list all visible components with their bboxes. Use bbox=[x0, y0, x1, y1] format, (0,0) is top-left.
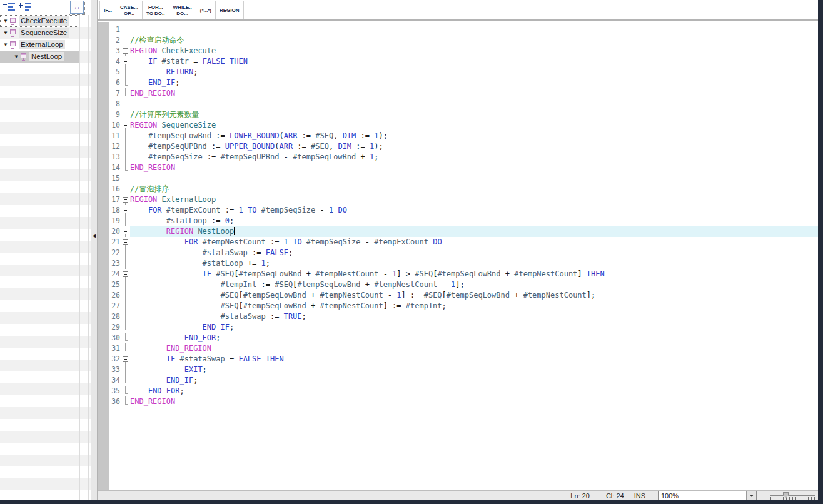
code-line-15[interactable]: 15 bbox=[109, 173, 818, 184]
chevron-down-icon[interactable] bbox=[746, 491, 756, 500]
snippet-button-region[interactable]: REGION bbox=[216, 1, 244, 19]
code-line-8[interactable]: 8 bbox=[109, 99, 818, 109]
token-var: #SEQ bbox=[275, 280, 293, 289]
fold-marker[interactable] bbox=[122, 237, 130, 248]
code-line-4[interactable]: 4 IF #statr = FALSE THEN bbox=[109, 56, 818, 67]
token-var: #SEQ bbox=[221, 301, 239, 310]
collapse-all-icon[interactable] bbox=[3, 3, 15, 12]
code-line-14[interactable]: 14END_REGION bbox=[109, 163, 818, 173]
expand-all-icon[interactable] bbox=[19, 3, 31, 12]
zoom-slider[interactable] bbox=[770, 491, 815, 500]
code-editor[interactable]: 12//检查启动命令3REGION CheckExecute4 IF #stat… bbox=[109, 24, 818, 407]
token-var: #tempSeqLowBnd bbox=[243, 291, 306, 300]
code-line-19[interactable]: 19 #statLoop := 0; bbox=[109, 216, 818, 226]
zoom-combobox[interactable]: 100% bbox=[658, 491, 757, 500]
sidebar-splitter[interactable]: ◄ bbox=[91, 0, 98, 500]
code-line-27[interactable]: 27 #SEQ[#tempSeqLowBnd + #tempNestCount]… bbox=[109, 301, 818, 311]
code-line-11[interactable]: 11 #tempSeqLowBnd := LOWER_BOUND(ARR := … bbox=[109, 131, 818, 141]
tree-item-externalloop[interactable]: ▼ExternalLoop bbox=[0, 39, 79, 51]
code-line-31[interactable]: 31 END_REGION bbox=[109, 343, 818, 354]
code-line-18[interactable]: 18 FOR #tempExCount := 1 TO #tempSeqSize… bbox=[109, 205, 818, 216]
token-reg: END_REGION bbox=[130, 163, 175, 172]
token-plain: ); bbox=[374, 142, 383, 151]
fold-marker[interactable] bbox=[122, 194, 130, 205]
token-kw: END_FOR bbox=[148, 386, 180, 395]
code-line-10[interactable]: 10REGION SequenceSize bbox=[109, 120, 818, 131]
tree-item-sequencesize[interactable]: ▼SequenceSize bbox=[0, 27, 79, 39]
code-line-1[interactable]: 1 bbox=[109, 24, 818, 35]
adjust-width-button[interactable]: ↔ bbox=[70, 1, 84, 14]
code-line-22[interactable]: 22 #stataSwap := FALSE; bbox=[109, 248, 818, 258]
expand-arrow-icon[interactable]: ▼ bbox=[2, 42, 9, 48]
snippet-toolbar: IF...CASE...OF...FOR...TO DO..WHILE..DO.… bbox=[98, 0, 818, 21]
fold-marker[interactable] bbox=[122, 354, 130, 365]
token-var: #statLoop bbox=[166, 216, 207, 225]
code-line-13[interactable]: 13 #tempSeqSize := #tempSeqUPBnd - #temp… bbox=[109, 152, 818, 163]
code-line-5[interactable]: 5 RETURN; bbox=[109, 67, 818, 78]
code-line-32[interactable]: 32 IF #stataSwap = FALSE THEN bbox=[109, 354, 818, 365]
code-line-16[interactable]: 16//冒泡排序 bbox=[109, 184, 818, 194]
code-line-12[interactable]: 12 #tempSeqUPBnd := UPPER_BOUND(ARR := #… bbox=[109, 141, 818, 152]
code-line-30[interactable]: 30 END_FOR; bbox=[109, 333, 818, 343]
token-plain: ; bbox=[193, 68, 198, 76]
code-line-24[interactable]: 24 IF #SEQ[#tempSeqLowBnd + #tempNestCou… bbox=[109, 269, 818, 280]
token-var: #tempNestCount bbox=[203, 238, 266, 246]
code-area[interactable]: 12//检查启动命令3REGION CheckExecute4 IF #stat… bbox=[98, 22, 818, 490]
token-plain: ; bbox=[179, 386, 184, 395]
code-text: IF #stataSwap = FALSE THEN bbox=[130, 354, 818, 365]
snippet-button-if[interactable]: IF... bbox=[99, 1, 116, 19]
fold-marker[interactable] bbox=[122, 120, 130, 131]
sidebar-row-stripes bbox=[0, 15, 91, 500]
token-plain: := bbox=[266, 312, 284, 321]
code-text: #stataSwap := FALSE; bbox=[130, 248, 818, 258]
fold-marker[interactable] bbox=[122, 205, 130, 216]
code-text: #tempSeqLowBnd := LOWER_BOUND(ARR := #SE… bbox=[130, 131, 818, 141]
code-line-29[interactable]: 29 END_IF; bbox=[109, 322, 818, 333]
code-line-25[interactable]: 25 #tempInt := #SEQ[#tempSeqLowBnd + #te… bbox=[109, 280, 818, 290]
code-text: END_REGION bbox=[130, 88, 818, 99]
collapse-pane-icon[interactable]: ◄ bbox=[91, 233, 97, 239]
token-kw: TO bbox=[293, 238, 301, 246]
snippet-button-while-do[interactable]: WHILE..DO... bbox=[169, 1, 196, 19]
code-line-23[interactable]: 23 #statLoop += 1; bbox=[109, 258, 818, 269]
code-text: REGION NestLoop bbox=[130, 226, 818, 237]
token-cmt: //冒泡排序 bbox=[130, 184, 169, 193]
code-line-28[interactable]: 28 #stataSwap := TRUE; bbox=[109, 311, 818, 322]
snippet-button-for-do[interactable]: FOR...TO DO.. bbox=[143, 1, 169, 19]
code-line-3[interactable]: 3REGION CheckExecute bbox=[109, 46, 818, 56]
code-line-9[interactable]: 9//计算序列元素数量 bbox=[109, 109, 818, 120]
expand-arrow-icon[interactable]: ▼ bbox=[13, 54, 20, 59]
code-text bbox=[130, 24, 818, 35]
code-line-2[interactable]: 2//检查启动命令 bbox=[109, 35, 818, 46]
status-line-indicator: Ln: 20 bbox=[570, 492, 590, 500]
token-plain: - bbox=[279, 153, 293, 161]
code-line-35[interactable]: 35 END_FOR; bbox=[109, 386, 818, 396]
snippet-button-case-of[interactable]: CASE...OF... bbox=[116, 1, 143, 19]
code-text: REGION SequenceSize bbox=[130, 120, 818, 131]
expand-arrow-icon[interactable]: ▼ bbox=[2, 18, 9, 24]
token-kw: TRUE bbox=[284, 312, 302, 321]
code-line-17[interactable]: 17REGION ExternalLoop bbox=[109, 194, 818, 205]
code-line-7[interactable]: 7END_REGION bbox=[109, 88, 818, 99]
line-number: 19 bbox=[109, 216, 122, 226]
code-line-21[interactable]: 21 FOR #tempNestCount := 1 TO #tempSeqSi… bbox=[109, 237, 818, 248]
fold-marker[interactable] bbox=[122, 226, 130, 237]
fold-marker[interactable] bbox=[122, 46, 130, 56]
code-line-6[interactable]: 6 END_IF; bbox=[109, 78, 818, 88]
code-line-36[interactable]: 36END_REGION bbox=[109, 396, 818, 407]
expand-arrow-icon[interactable]: ▼ bbox=[2, 30, 9, 36]
token-var: #SEQ bbox=[424, 291, 442, 300]
fold-marker[interactable] bbox=[122, 269, 130, 280]
code-line-34[interactable]: 34 END_IF; bbox=[109, 375, 818, 386]
tree-item-checkexecute[interactable]: ▼CheckExecute bbox=[0, 15, 79, 27]
line-number: 14 bbox=[109, 163, 122, 173]
code-line-26[interactable]: 26 #SEQ[#tempSeqLowBnd + #tempNestCount … bbox=[109, 290, 818, 301]
fold-marker[interactable] bbox=[122, 56, 130, 67]
code-line-20[interactable]: 20 REGION NestLoop bbox=[109, 226, 818, 237]
token-kw: ARR bbox=[284, 131, 298, 140]
code-line-33[interactable]: 33 EXIT; bbox=[109, 365, 818, 375]
snippet-button-comment[interactable]: (*...*) bbox=[196, 1, 216, 19]
token-kw: IF bbox=[148, 57, 157, 66]
fold-connector bbox=[122, 248, 130, 258]
tree-item-nestloop[interactable]: ▼NestLoop bbox=[0, 51, 79, 63]
